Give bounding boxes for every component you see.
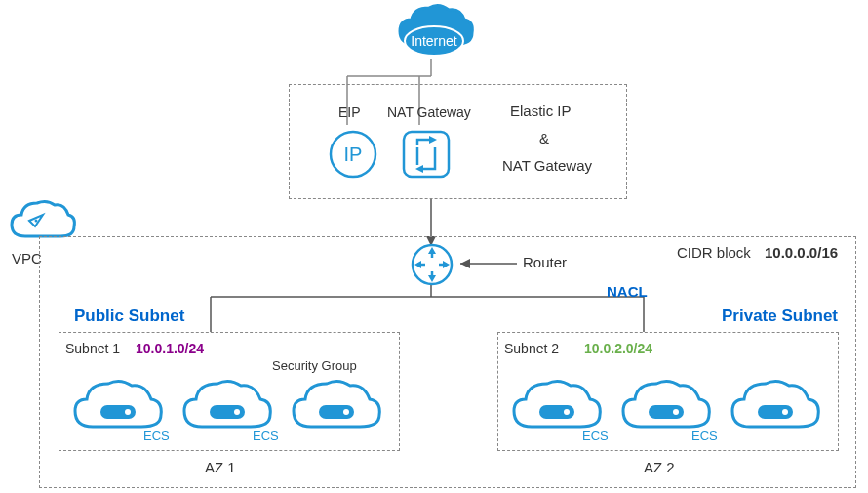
az1-label: AZ 1	[205, 459, 236, 475]
eip-icon: IP	[327, 128, 380, 185]
security-group-label: Security Group	[272, 358, 357, 373]
svg-text:ECS: ECS	[143, 429, 170, 443]
svg-text:ECS: ECS	[253, 429, 279, 443]
cidr-block-label: CIDR block	[677, 244, 751, 261]
svg-point-32	[234, 409, 240, 415]
private-subnet-box: Subnet 2 10.0.2.0/24 ECS ECS	[497, 332, 839, 451]
ecs-cloud-1: ECS	[67, 376, 170, 450]
subnet1-label: Subnet 1	[65, 341, 120, 356]
router-icon	[410, 242, 454, 291]
eip-label: EIP	[338, 104, 361, 120]
svg-text:ECS: ECS	[582, 429, 609, 443]
cidr-block-value: 10.0.0.0/16	[765, 244, 838, 261]
internet-label: Internet	[411, 33, 457, 49]
nat-gateway-icon	[400, 128, 454, 185]
router-label: Router	[523, 254, 567, 270]
az2-label: AZ 2	[644, 459, 675, 475]
svg-point-29	[125, 409, 131, 415]
svg-point-40	[673, 409, 679, 415]
nacl-label: NACL	[607, 283, 648, 300]
subnet2-cidr: 10.0.2.0/24	[584, 341, 652, 356]
svg-point-18	[35, 220, 38, 223]
private-subnet-title: Private Subnet	[722, 307, 838, 326]
svg-point-37	[564, 409, 570, 415]
ecs-cloud-5: ECS	[615, 376, 718, 450]
public-subnet-title: Public Subnet	[74, 307, 184, 326]
svg-point-43	[782, 409, 788, 415]
nat-gateway-side-text: NAT Gateway	[502, 157, 592, 174]
internet-cloud-icon: Internet	[390, 0, 478, 68]
ampersand-text: &	[539, 130, 549, 146]
svg-text:IP: IP	[344, 144, 363, 165]
elastic-ip-text: Elastic IP	[510, 103, 572, 119]
gateway-box: EIP NAT Gateway IP Elastic IP & NAT Gate…	[289, 84, 627, 199]
nat-gateway-top-label: NAT Gateway	[387, 104, 471, 120]
subnet1-cidr: 10.0.1.0/24	[136, 341, 204, 356]
ecs-cloud-3	[286, 376, 388, 450]
ecs-cloud-2: ECS	[177, 376, 279, 450]
ecs-cloud-6	[725, 376, 827, 450]
vpc-label: VPC	[12, 250, 42, 267]
svg-point-35	[343, 409, 349, 415]
svg-text:ECS: ECS	[691, 429, 718, 443]
subnet2-label: Subnet 2	[504, 341, 559, 356]
public-subnet-box: Subnet 1 10.0.1.0/24 Security Group ECS …	[59, 332, 400, 451]
ecs-cloud-4: ECS	[506, 376, 609, 450]
